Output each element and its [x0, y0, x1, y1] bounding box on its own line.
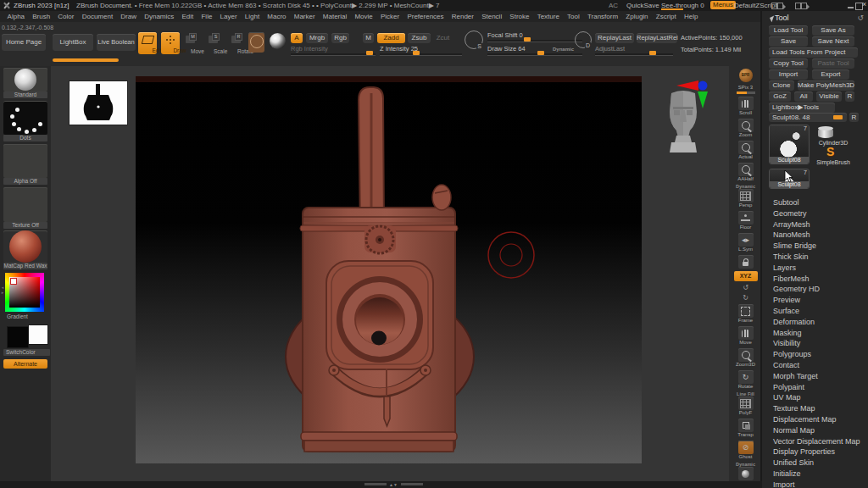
visible-button[interactable]: Visible	[816, 92, 842, 102]
focal-shift-track[interactable]	[487, 40, 582, 42]
draw-mode-button[interactable]: Draw	[161, 32, 180, 54]
alpha-picker[interactable]	[3, 144, 47, 178]
right-shelf-frame[interactable]: Frame	[729, 304, 762, 324]
menubar-item-light[interactable]: Light	[241, 11, 264, 22]
mrgb-button[interactable]: Mrgb	[306, 33, 328, 43]
replay-last-button[interactable]: ReplayLast	[595, 33, 634, 43]
replay-dial-icon[interactable]: D	[575, 31, 592, 48]
right-shelf-bpr[interactable]: BPR	[729, 69, 762, 82]
active-tool-slider-handle[interactable]	[833, 115, 843, 119]
tool-subpalette-layers[interactable]: Layers	[773, 263, 865, 274]
menubar-item-zscript[interactable]: Zscript	[652, 11, 680, 22]
right-shelf-lock-icon[interactable]	[729, 255, 762, 269]
menubar-item-dynamics[interactable]: Dynamics	[141, 11, 178, 22]
panel-history-icon[interactable]: ↺	[857, 11, 864, 25]
edit-mode-button[interactable]: Edit	[138, 32, 157, 54]
clone-button[interactable]: Clone	[769, 80, 794, 91]
tool-subpalette-import[interactable]: Import	[773, 480, 865, 488]
menubar-item-movie[interactable]: Movie	[351, 11, 377, 22]
color-picker-sv-square[interactable]	[9, 277, 40, 308]
menubar-item-transform[interactable]: Transform	[583, 11, 621, 22]
menubar-item-edit[interactable]: Edit	[178, 11, 198, 22]
menubar-item-help[interactable]: Help	[680, 11, 702, 22]
quicksave-button[interactable]: QuickSave	[626, 0, 659, 11]
menubar-item-preferences[interactable]: Preferences	[403, 11, 448, 22]
brush-picker-standard[interactable]	[3, 68, 47, 92]
z-intensity-track[interactable]	[380, 53, 462, 56]
minimize-icon[interactable]	[848, 3, 854, 8]
goz-r-button[interactable]: R	[845, 92, 854, 102]
tool-subpalette-preview[interactable]: Preview	[773, 295, 865, 306]
menus-button[interactable]: Menus	[710, 1, 736, 9]
tool-subpalette-masking[interactable]: Masking	[773, 328, 865, 339]
rgb-intensity-track[interactable]	[291, 53, 376, 56]
menubar-item-material[interactable]: Material	[319, 11, 351, 22]
active-tool-slider[interactable]: Sculpt08. 48	[769, 113, 847, 122]
tool-subpalette-texture-map[interactable]: Texture Map	[773, 403, 865, 414]
menubar-item-picker[interactable]: Picker	[376, 11, 403, 22]
bottom-tray-handle-left[interactable]	[364, 483, 387, 485]
menubar-item-layer[interactable]: Layer	[216, 11, 241, 22]
stroke-picker-dots[interactable]	[3, 101, 47, 135]
simplebrush-icon[interactable]: S	[826, 145, 834, 158]
right-shelf-ghost[interactable]: ⊘Ghost	[729, 441, 762, 460]
texture-picker[interactable]	[3, 187, 47, 222]
menubar-item-document[interactable]: Document	[78, 11, 117, 22]
draw-size-track[interactable]	[487, 53, 582, 56]
tool-subpalette-geometry[interactable]: Geometry	[773, 208, 865, 219]
tool-subpalette-visibility[interactable]: Visibility	[773, 338, 865, 349]
adjust-last-handle[interactable]	[649, 51, 656, 55]
menubar-item-stencil[interactable]: Stencil	[478, 11, 506, 22]
paint-a-button[interactable]: A	[291, 33, 303, 43]
all-button[interactable]: All	[794, 92, 813, 102]
tool-subpalette-arraymesh[interactable]: ArrayMesh	[773, 219, 865, 230]
lightbox-tools-button[interactable]: Lightbox▶Tools	[769, 103, 835, 113]
copy-tool-button[interactable]: Copy Tool	[769, 58, 808, 69]
right-shelf-zoom3d[interactable]: Zoom3D	[729, 348, 762, 368]
right-shelf-spin2-icon[interactable]: ↻	[729, 294, 762, 302]
stroke-dial-icon[interactable]: S	[465, 30, 483, 49]
right-shelf-aahalf[interactable]: AAHalf	[729, 163, 762, 182]
right-shelf-l-sym[interactable]: ◂▸L.Sym	[729, 233, 762, 252]
tool-subpalette-polypaint[interactable]: Polypaint	[773, 382, 865, 393]
zcut-button[interactable]: Zcut	[434, 33, 452, 43]
tool-subpalette-thick-skin[interactable]: Thick Skin	[773, 252, 865, 263]
divider-left-icon[interactable]	[771, 3, 785, 8]
menubar-item-texture[interactable]: Texture	[533, 11, 563, 22]
tool-subpalette-morph-target[interactable]: Morph Target	[773, 371, 865, 382]
replay-last-rel-button[interactable]: ReplayLastRel	[637, 33, 677, 43]
z-intensity-handle[interactable]	[413, 51, 420, 55]
right-shelf-spix-3[interactable]: SPix 3	[729, 85, 762, 94]
menubar-item-file[interactable]: File	[198, 11, 216, 22]
focal-shift-handle[interactable]	[524, 37, 531, 42]
load-tool-button[interactable]: Load Tool	[769, 25, 808, 36]
menubar-item-stroke[interactable]: Stroke	[506, 11, 533, 22]
load-tools-from-project-button[interactable]: Load Tools From Project	[769, 47, 858, 58]
zadd-button[interactable]: Zadd	[377, 33, 405, 43]
tool-subpalette-surface[interactable]: Surface	[773, 306, 865, 317]
tool-subpalette-nanomesh[interactable]: NanoMesh	[773, 230, 865, 241]
switchcolor-button[interactable]: SwitchColor	[3, 349, 50, 356]
tool-subpalette-display-properties[interactable]: Display Properties	[773, 446, 865, 458]
tool-subpalette-fibermesh[interactable]: FiberMesh	[773, 274, 865, 285]
tool-subpalette-slime-bridge[interactable]: Slime Bridge	[773, 241, 865, 252]
main-color-swatch[interactable]	[7, 326, 29, 348]
tool-item-sculpt08-large[interactable]: 7 Sculpt08	[769, 125, 810, 164]
document-thumbnail[interactable]	[70, 81, 127, 125]
save-next-button[interactable]: Save Next	[812, 36, 854, 47]
slider-r-button[interactable]: R	[849, 113, 859, 122]
spix-slider[interactable]	[737, 92, 755, 94]
axis-gizmo[interactable]	[675, 78, 712, 110]
zsub-button[interactable]: Zsub	[408, 33, 431, 43]
right-shelf-actual[interactable]: Actual	[729, 141, 762, 160]
close-icon[interactable]: ×	[862, 2, 868, 8]
goz-button[interactable]: GoZ	[769, 92, 791, 102]
material-picker[interactable]	[3, 230, 47, 263]
bottom-tray-handle-right[interactable]	[401, 483, 423, 485]
menubar-item-brush[interactable]: Brush	[29, 11, 54, 22]
tool-subpalette-unified-skin[interactable]: Unified Skin	[773, 458, 865, 469]
draw-size-handle[interactable]	[537, 51, 544, 55]
right-shelf-xyz[interactable]: XYZ	[729, 271, 762, 281]
right-shelf-rotate[interactable]: ↻Rotate	[729, 370, 762, 390]
tray-scroll-indicator[interactable]	[53, 58, 119, 62]
